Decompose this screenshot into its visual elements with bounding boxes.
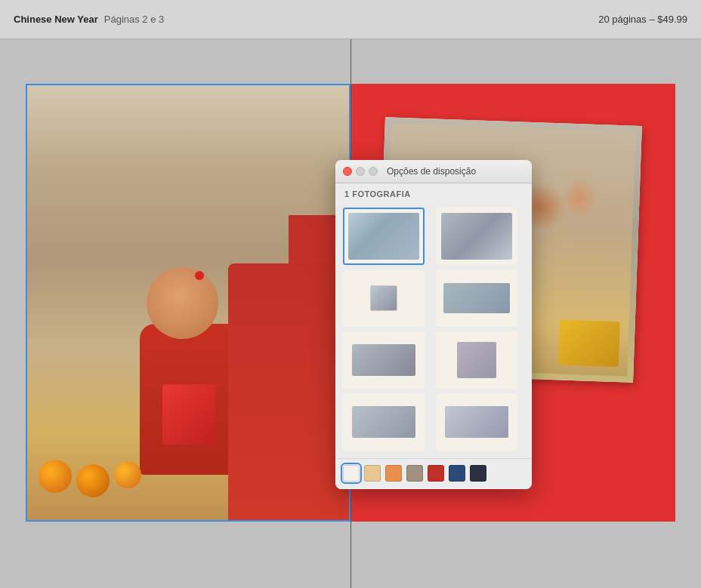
thumb-img-1 [348,213,419,259]
main-area: Opções [0,39,701,588]
panel-titlebar: Opções de disposição [335,160,532,183]
color-row [335,458,532,489]
layout-panel: Opções de disposição 1 FOTOGRAFIA [335,160,532,489]
layout-thumb-1[interactable] [343,208,425,265]
thumb-img-4 [443,283,510,313]
minimize-button[interactable] [356,167,365,176]
maximize-button[interactable] [369,167,378,176]
thumb-img-8 [445,406,508,438]
swatch-orange[interactable] [385,465,402,482]
swatch-red[interactable] [428,465,444,482]
thumb-img-5 [352,344,415,376]
swatch-dark[interactable] [470,465,486,482]
gift-box [558,319,620,367]
swatch-navy[interactable] [449,465,465,482]
traffic-lights [343,167,378,176]
layout-thumb-6[interactable] [436,331,517,389]
top-bar: Chinese New Year Páginas 2 e 3 20 página… [0,0,701,39]
pages-label: Páginas 2 e 3 [104,14,165,25]
hair-clip [195,271,204,280]
orange-3 [114,461,141,488]
swatch-cream[interactable] [364,465,381,482]
breadcrumb: Chinese New Year Páginas 2 e 3 [14,14,164,25]
oranges [39,460,141,497]
layout-grid [335,203,532,458]
head [147,267,218,339]
section-label: 1 FOTOGRAFIA [335,183,532,203]
thumb-img-3 [370,285,397,312]
connector-line-top [350,39,351,168]
close-button[interactable] [343,167,352,176]
price-label: 20 páginas – $49.99 [598,14,687,25]
orange-1 [39,460,72,493]
layout-thumb-7[interactable] [343,393,425,451]
swatch-taupe[interactable] [406,465,423,482]
layout-thumb-2[interactable] [436,208,517,265]
orange-2 [76,464,110,497]
layout-thumb-4[interactable] [436,269,517,327]
panel-title: Opções de disposição [387,166,476,177]
connector-line-bottom [350,497,351,588]
thumb-container-3 [350,276,417,320]
thumb-img-6 [457,342,496,379]
layout-thumb-5[interactable] [343,331,425,389]
left-photo [27,85,349,520]
layout-thumb-3[interactable] [343,269,425,327]
red-envelope [162,384,215,445]
layout-thumb-8[interactable] [436,393,517,451]
page-left[interactable]: Opções [26,84,350,522]
thumb-img-2 [441,213,512,259]
swatch-white[interactable] [343,465,360,482]
book-title: Chinese New Year [14,14,98,25]
thumb-img-7 [352,406,415,438]
